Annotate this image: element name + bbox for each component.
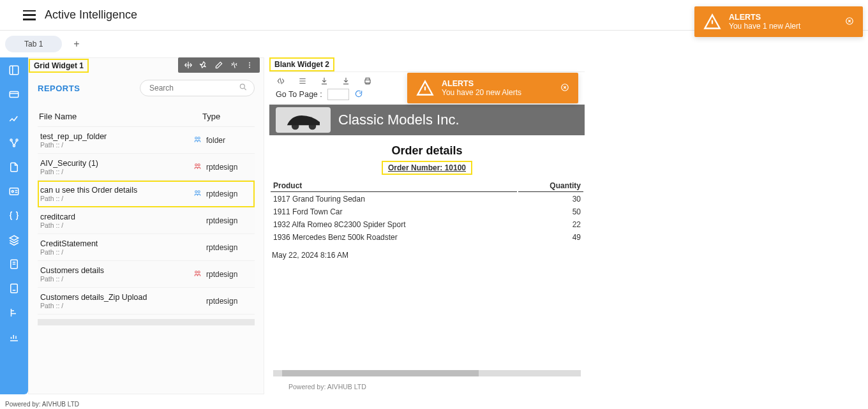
close-icon[interactable] [845, 17, 854, 27]
shared-icon [188, 269, 206, 279]
alert-inner-body: You have 20 new Alerts [442, 88, 521, 97]
more-icon[interactable] [244, 60, 255, 70]
svg-point-4 [13, 145, 15, 147]
file-path: Path :: / [40, 248, 188, 256]
file-type: folder [206, 136, 252, 145]
table-row: 1936 Mercedes Benz 500k Roadster49 [271, 232, 583, 243]
file-name: can u see this Order details [40, 186, 188, 195]
rail-icon-tree[interactable] [8, 306, 20, 319]
svg-point-10 [249, 64, 250, 66]
search-box[interactable] [140, 80, 255, 96]
goto-label: Go To Page : [276, 90, 322, 99]
rail-icon-doc2[interactable] [8, 282, 20, 295]
warning-icon [703, 13, 721, 31]
file-name: Customers details_Zip Upload [40, 293, 188, 302]
file-row[interactable]: creditcardPath :: /rptdesign [38, 207, 255, 234]
report-hscroll[interactable] [273, 370, 581, 376]
file-row[interactable]: Customers details_Zip UploadPath :: /rpt… [38, 288, 255, 315]
file-path: Path :: / [40, 141, 188, 149]
svg-point-20 [198, 271, 200, 272]
cell-qty: 50 [518, 206, 583, 218]
rail-icon-nodes[interactable] [8, 137, 20, 149]
shared-icon [188, 135, 206, 145]
reload-icon[interactable] [354, 89, 363, 100]
add-tab-button[interactable]: + [70, 37, 83, 51]
horizontal-scrollbar[interactable] [38, 319, 255, 325]
svg-rect-1 [10, 92, 19, 98]
tab-1[interactable]: Tab 1 [5, 36, 62, 52]
file-name: test_rep_up_folder [40, 132, 188, 141]
svg-point-15 [195, 163, 197, 165]
params-icon[interactable] [297, 76, 308, 86]
export2-icon[interactable] [341, 76, 351, 86]
cell-product: 1917 Grand Touring Sedan [271, 193, 517, 205]
menu-icon[interactable] [23, 10, 36, 20]
table-row: 1911 Ford Town Car50 [271, 206, 583, 218]
rail-icon-dashboard[interactable] [8, 64, 20, 77]
file-row[interactable]: CreditStatementPath :: /rptdesign [38, 234, 255, 261]
report-body: Classic Models Inc. Order details Order … [269, 104, 585, 368]
blank-widget-2: Blank Widget 2 Go To Page : Classic Mo [269, 57, 585, 394]
search-icon [239, 83, 248, 94]
rail-icon-layers[interactable] [8, 234, 20, 246]
search-input[interactable] [149, 84, 235, 93]
report-powered-by: Powered by: AIVHUB LTD [269, 379, 585, 394]
col-type[interactable]: Type [202, 112, 253, 121]
svg-rect-21 [365, 80, 370, 83]
rail-icon-card[interactable] [8, 88, 20, 101]
svg-point-14 [198, 137, 200, 138]
file-name: AIV_Security (1) [40, 159, 188, 168]
col-product: Product [271, 180, 517, 192]
file-path: Path :: / [40, 195, 188, 202]
cell-product: 1932 Alfa Romeo 8C2300 Spider Sport [271, 219, 517, 230]
cell-qty: 22 [518, 219, 583, 230]
rail-icon-analytics[interactable] [8, 112, 20, 125]
edit-icon[interactable] [214, 60, 224, 70]
widget1-toolbar [178, 57, 260, 73]
pin-icon[interactable] [198, 60, 209, 70]
file-row[interactable]: can u see this Order detailsPath :: /rpt… [38, 181, 255, 207]
alert-global-body: You have 1 new Alert [729, 22, 800, 31]
file-list[interactable]: test_rep_up_folderPath :: /folderAIV_Sec… [38, 126, 255, 318]
svg-point-12 [240, 84, 244, 89]
file-path: Path :: / [40, 275, 188, 283]
file-name: CreditStatement [40, 239, 188, 248]
grid-widget-1: Grid Widget 1 REPORTS [28, 57, 264, 394]
goto-page-input[interactable] [327, 89, 349, 100]
rail-icon-doc[interactable] [8, 258, 20, 271]
rail-icon-id[interactable] [8, 185, 20, 198]
svg-point-3 [16, 139, 18, 141]
move-icon[interactable] [183, 60, 193, 70]
file-path: Path :: / [40, 221, 188, 229]
close-icon[interactable] [560, 83, 569, 94]
content-area: Grid Widget 1 REPORTS [28, 57, 868, 394]
settings-icon[interactable] [229, 60, 239, 70]
toc-icon[interactable] [276, 76, 286, 86]
svg-point-11 [249, 67, 250, 68]
file-type: rptdesign [206, 243, 252, 252]
file-row[interactable]: test_rep_up_folderPath :: /folder [38, 127, 255, 154]
svg-point-6 [11, 191, 13, 193]
file-row[interactable]: Customers detailsPath :: /rptdesign [38, 261, 255, 288]
rail-icon-file[interactable] [8, 161, 20, 174]
svg-point-16 [198, 163, 200, 165]
svg-point-17 [195, 190, 197, 192]
print-icon[interactable] [363, 76, 373, 86]
table-row: 1932 Alfa Romeo 8C2300 Spider Sport22 [271, 219, 583, 230]
file-row[interactable]: AIV_Security (1)Path :: /rptdesign [38, 154, 255, 181]
cell-qty: 30 [518, 193, 583, 205]
shared-icon [188, 162, 206, 172]
main-area: Grid Widget 1 REPORTS [0, 57, 868, 394]
svg-point-9 [249, 63, 250, 64]
rail-icon-chart[interactable] [8, 331, 20, 343]
table-row: 1917 Grand Touring Sedan30 [271, 193, 583, 205]
file-path: Path :: / [40, 302, 188, 309]
col-filename[interactable]: File Name [39, 112, 202, 121]
order-number: Order Number: 10100 [269, 163, 585, 172]
rail-icon-braces[interactable] [8, 209, 20, 222]
export-icon[interactable] [319, 76, 329, 86]
file-type: rptdesign [206, 163, 252, 172]
svg-point-13 [195, 137, 197, 138]
app-title: Active Intelligence [45, 8, 137, 22]
page-footer: Powered by: AIVHUB LTD [5, 401, 79, 408]
